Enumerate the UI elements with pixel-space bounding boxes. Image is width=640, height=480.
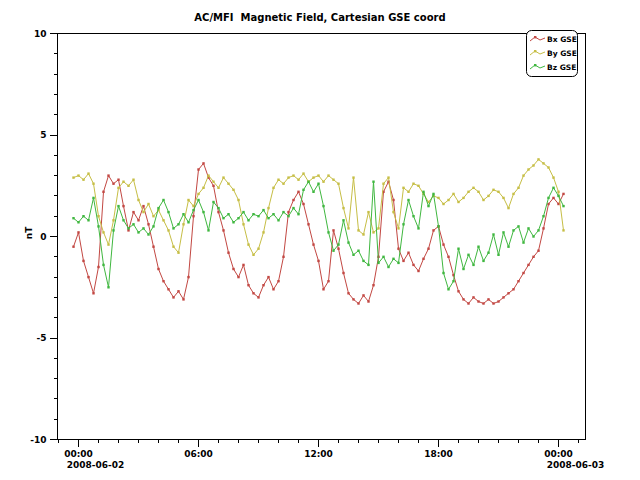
y-tick-label: -10 bbox=[30, 435, 46, 445]
data-point-marker bbox=[372, 284, 374, 286]
data-point-marker bbox=[207, 229, 209, 231]
data-point-marker bbox=[352, 298, 354, 300]
data-point-marker bbox=[477, 246, 479, 248]
data-point-marker bbox=[142, 205, 144, 207]
data-point-marker bbox=[382, 183, 384, 185]
data-point-marker bbox=[547, 197, 549, 199]
data-point-marker bbox=[142, 211, 144, 213]
data-point-marker bbox=[442, 203, 444, 205]
data-point-marker bbox=[367, 211, 369, 213]
data-point-marker bbox=[452, 280, 454, 282]
data-point-marker bbox=[262, 231, 264, 233]
data-point-marker bbox=[417, 227, 419, 229]
data-point-marker bbox=[537, 229, 539, 231]
data-point-marker bbox=[312, 191, 314, 193]
series-by-line bbox=[74, 159, 564, 254]
data-point-marker bbox=[202, 211, 204, 213]
data-point-marker bbox=[192, 205, 194, 207]
legend-bx-label: Bx GSE bbox=[547, 35, 577, 44]
data-point-marker bbox=[92, 183, 94, 185]
data-point-marker bbox=[242, 264, 244, 266]
data-point-marker bbox=[407, 191, 409, 193]
data-point-marker bbox=[437, 225, 439, 227]
data-point-marker bbox=[432, 193, 434, 195]
data-point-marker bbox=[87, 219, 89, 221]
data-point-marker bbox=[302, 203, 304, 205]
data-point-marker bbox=[522, 174, 524, 176]
data-point-marker bbox=[72, 176, 74, 178]
data-point-marker bbox=[97, 225, 99, 227]
data-point-marker bbox=[227, 183, 229, 185]
data-point-marker bbox=[502, 296, 504, 298]
data-point-marker bbox=[122, 181, 124, 183]
data-point-marker bbox=[517, 225, 519, 227]
data-point-marker bbox=[117, 205, 119, 207]
data-point-marker bbox=[492, 233, 494, 235]
data-point-marker bbox=[402, 260, 404, 262]
data-point-marker bbox=[347, 292, 349, 294]
data-point-marker bbox=[552, 197, 554, 199]
data-point-marker bbox=[247, 284, 249, 286]
data-point-marker bbox=[117, 179, 119, 181]
data-point-marker bbox=[122, 205, 124, 207]
data-point-marker bbox=[287, 215, 289, 217]
plot-window: AC/MFI Magnetic Field, Cartesian GSE coo… bbox=[0, 0, 640, 480]
data-point-marker bbox=[362, 260, 364, 262]
legend-by-label: By GSE bbox=[547, 49, 577, 58]
x-date-label: 2008-06-02 bbox=[67, 460, 125, 470]
data-point-marker bbox=[322, 181, 324, 183]
y-tick-label: 10 bbox=[34, 29, 47, 39]
data-point-marker bbox=[377, 227, 379, 229]
data-point-marker bbox=[177, 290, 179, 292]
data-point-marker bbox=[92, 292, 94, 294]
data-point-marker bbox=[542, 227, 544, 229]
data-point-marker bbox=[547, 203, 549, 205]
data-point-marker bbox=[482, 199, 484, 201]
data-point-marker bbox=[507, 246, 509, 248]
data-point-marker bbox=[342, 207, 344, 209]
data-point-marker bbox=[107, 243, 109, 245]
y-tick-label: 0 bbox=[40, 232, 46, 242]
data-point-marker bbox=[377, 262, 379, 264]
data-point-marker bbox=[302, 189, 304, 191]
data-point-marker bbox=[472, 296, 474, 298]
data-point-marker bbox=[542, 162, 544, 164]
data-point-marker bbox=[237, 217, 239, 219]
data-point-marker bbox=[177, 252, 179, 254]
data-point-marker bbox=[487, 298, 489, 300]
data-point-marker bbox=[362, 233, 364, 235]
data-point-marker bbox=[107, 174, 109, 176]
data-point-marker bbox=[82, 260, 84, 262]
data-point-marker bbox=[472, 187, 474, 189]
x-tick-label: 00:00 bbox=[64, 449, 93, 459]
data-point-marker bbox=[402, 187, 404, 189]
data-point-marker bbox=[277, 280, 279, 282]
data-point-marker bbox=[447, 256, 449, 258]
data-point-marker bbox=[167, 288, 169, 290]
data-point-marker bbox=[317, 260, 319, 262]
series-bz-markers bbox=[72, 181, 564, 291]
data-point-marker bbox=[227, 252, 229, 254]
data-point-marker bbox=[502, 197, 504, 199]
data-point-marker bbox=[137, 199, 139, 201]
data-point-marker bbox=[102, 231, 104, 233]
data-point-marker bbox=[387, 266, 389, 268]
data-point-marker bbox=[257, 248, 259, 250]
data-point-marker bbox=[297, 191, 299, 193]
data-point-marker bbox=[372, 231, 374, 233]
data-point-marker bbox=[272, 213, 274, 215]
data-point-marker bbox=[162, 199, 164, 201]
data-point-marker bbox=[277, 219, 279, 221]
data-point-marker bbox=[557, 191, 559, 193]
data-point-marker bbox=[92, 197, 94, 199]
data-point-marker bbox=[197, 168, 199, 170]
data-point-marker bbox=[102, 191, 104, 193]
data-point-marker bbox=[397, 262, 399, 264]
data-point-marker bbox=[342, 219, 344, 221]
data-point-marker bbox=[412, 183, 414, 185]
data-point-marker bbox=[427, 248, 429, 250]
data-point-marker bbox=[282, 256, 284, 258]
data-point-marker bbox=[547, 166, 549, 168]
data-point-marker bbox=[112, 219, 114, 221]
data-point-marker bbox=[412, 215, 414, 217]
